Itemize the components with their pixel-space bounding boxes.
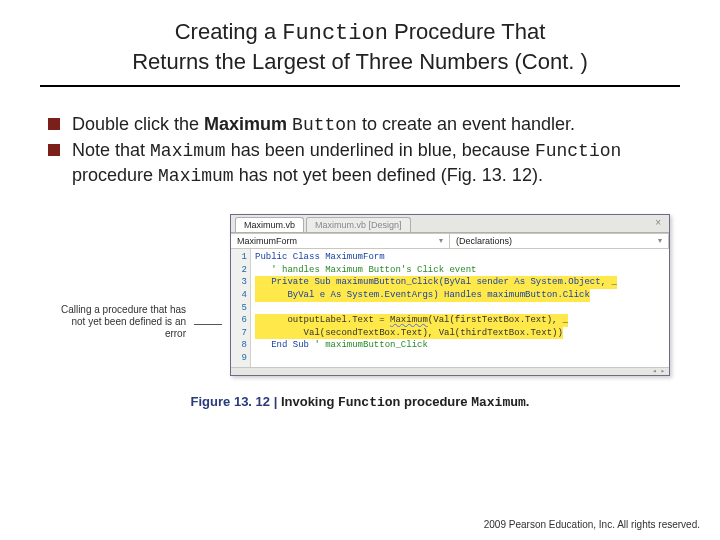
page-title: Creating a Function Procedure That Retur… <box>40 18 680 75</box>
content-area: Double click the Maximum Button to creat… <box>40 113 680 410</box>
ide-dropdown-class[interactable]: MaximumForm <box>231 234 450 248</box>
ide-dropdown-bar: MaximumForm (Declarations) <box>231 233 669 249</box>
ide-tab-design[interactable]: Maximum.vb [Design] <box>306 217 411 232</box>
ide-code-body: Public Class MaximumForm ' handles Maxim… <box>251 249 669 366</box>
title-line2: Returns the Largest of Three Numbers (Co… <box>132 49 588 74</box>
copyright-text: 2009 Pearson Education, Inc. All rights … <box>484 519 700 530</box>
annotation-connector <box>194 324 222 325</box>
ide-tabbar: Maximum.vb Maximum.vb [Design] × <box>231 215 669 233</box>
ide-code-area: 1 2 3 4 5 6 7 8 9 Public Class MaximumFo… <box>231 249 669 366</box>
title-line1-post: Procedure That <box>388 19 545 44</box>
figure-annotation: Calling a procedure that has not yet bee… <box>56 250 186 340</box>
ide-screenshot: Maximum.vb Maximum.vb [Design] × Maximum… <box>230 214 670 375</box>
close-icon[interactable]: × <box>651 217 665 232</box>
bullet-2: Note that Maximum has been underlined in… <box>46 139 674 188</box>
ide-scrollbar[interactable] <box>231 367 669 375</box>
bullet-list: Double click the Maximum Button to creat… <box>46 113 674 188</box>
title-line1-mono: Function <box>282 21 388 46</box>
ide-tab-active[interactable]: Maximum.vb <box>235 217 304 232</box>
figure-caption: Figure 13. 12 | Invoking Function proced… <box>46 394 674 410</box>
title-rule <box>40 85 680 87</box>
bullet-1: Double click the Maximum Button to creat… <box>46 113 674 137</box>
ide-gutter: 1 2 3 4 5 6 7 8 9 <box>231 249 251 366</box>
figure-number: Figure 13. 12 | <box>191 394 281 409</box>
error-underline: Maximum <box>390 315 428 325</box>
ide-dropdown-member[interactable]: (Declarations) <box>450 234 669 248</box>
figure-wrapper: Calling a procedure that has not yet bee… <box>46 214 674 375</box>
title-line1-pre: Creating a <box>175 19 283 44</box>
